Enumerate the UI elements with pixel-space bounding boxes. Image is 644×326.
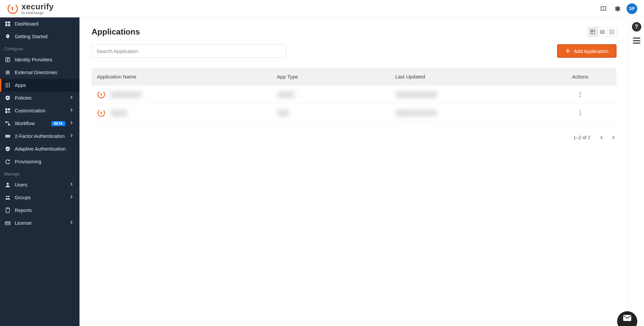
view-grid-button[interactable]	[607, 27, 616, 37]
sidebar-item-label: Groups	[15, 195, 65, 200]
sidebar-item-workflow[interactable]: WorkflowBETA	[0, 117, 79, 130]
svg-point-16	[5, 85, 6, 86]
dashboard-icon	[5, 21, 11, 27]
svg-rect-5	[5, 24, 7, 26]
gear-icon[interactable]	[613, 5, 621, 12]
shield-icon	[5, 95, 11, 101]
svg-text:123: 123	[6, 135, 10, 137]
provisioning-icon	[5, 159, 11, 165]
sidebar-item-label: 2-Factor Authentication	[15, 133, 65, 139]
svg-rect-42	[600, 33, 604, 34]
reports-icon	[5, 207, 11, 213]
logo-icon	[7, 3, 19, 15]
col-header-type: App Type	[277, 74, 395, 79]
rocket-icon	[5, 34, 11, 40]
svg-point-19	[5, 86, 6, 87]
svg-rect-6	[8, 24, 10, 26]
add-button-label: Add Application	[574, 48, 608, 54]
search-input[interactable]	[92, 44, 286, 58]
beta-badge: BETA	[51, 121, 65, 126]
row-actions-button[interactable]	[577, 91, 584, 98]
svg-point-21	[9, 86, 10, 87]
sidebar-item-label: Identity Providers	[15, 57, 75, 62]
svg-rect-24	[8, 108, 10, 110]
svg-rect-23	[5, 108, 7, 110]
svg-rect-41	[600, 32, 604, 33]
sidebar-item-label: Dashboard	[15, 21, 75, 26]
table-header: Application Name App Type Last Updated A…	[92, 68, 616, 86]
sidebar-item-apps[interactable]: Apps	[0, 79, 79, 92]
app-logo-icon	[97, 109, 106, 117]
view-list-button[interactable]	[597, 27, 607, 37]
svg-rect-34	[7, 208, 9, 209]
workflow-icon	[5, 120, 11, 126]
app-name: App B	[110, 109, 128, 117]
svg-point-15	[9, 83, 10, 84]
svg-rect-3	[5, 21, 7, 23]
svg-rect-45	[609, 33, 611, 34]
svg-rect-2	[12, 8, 13, 10]
sidebar-item-external-directories[interactable]: External Directories	[0, 66, 79, 79]
svg-rect-25	[5, 111, 7, 113]
app-updated: 2024-01-14 09:12	[395, 109, 438, 117]
sidebar-section-manage: Manage	[0, 168, 79, 178]
avatar[interactable]: SP	[627, 3, 637, 14]
help-button[interactable]: ?	[632, 22, 641, 32]
row-actions-button[interactable]	[577, 110, 584, 116]
sidebar-item-customization[interactable]: Customization	[0, 104, 79, 117]
rail-menu-icon[interactable]	[633, 38, 640, 44]
next-page-button[interactable]	[610, 134, 616, 141]
sidebar-item-label: Reports	[15, 208, 75, 213]
main-area: Applications Add Applic	[79, 17, 644, 326]
sidebar-item-label: Customization	[15, 108, 65, 113]
chevron-right-icon	[69, 121, 75, 126]
svg-point-58	[580, 114, 581, 115]
table-row[interactable]: Application ASAML2024-01-15 10:30	[92, 86, 616, 104]
sidebar-item-users[interactable]: Users	[0, 178, 79, 191]
svg-rect-12	[6, 73, 10, 74]
svg-point-56	[580, 110, 581, 111]
logo-area[interactable]: xecurify by miniOrange	[7, 3, 54, 15]
chevron-right-icon	[69, 108, 75, 113]
custom-icon	[5, 108, 11, 114]
view-table-button[interactable]	[588, 27, 597, 37]
svg-point-18	[9, 85, 10, 86]
idp-icon	[5, 57, 11, 63]
right-rail: ?	[629, 17, 644, 326]
svg-point-7	[7, 36, 8, 37]
book-icon[interactable]	[600, 5, 607, 12]
sidebar-item-adaptive-authentication[interactable]: Adaptive Authentication	[0, 143, 79, 155]
sidebar-item-reports[interactable]: Reports	[0, 204, 79, 217]
sidebar-item-label: Apps	[15, 83, 75, 88]
sidebar-item-groups[interactable]: Groups	[0, 191, 79, 204]
app-updated: 2024-01-15 10:30	[395, 91, 438, 99]
sidebar-item-getting-started[interactable]: Getting Started	[0, 30, 79, 43]
svg-point-22	[7, 97, 8, 98]
col-header-updated: Last Updated	[395, 74, 549, 79]
svg-rect-10	[6, 71, 10, 71]
sidebar-item-provisioning[interactable]: Provisioning	[0, 155, 79, 168]
page-title: Applications	[92, 27, 140, 37]
app-type: API	[277, 109, 290, 117]
svg-point-51	[580, 94, 581, 95]
svg-rect-11	[6, 72, 10, 73]
sidebar-item-dashboard[interactable]: Dashboard	[0, 17, 79, 30]
logo-text: xecurify by miniOrange	[21, 3, 54, 15]
user-icon	[5, 182, 11, 188]
sidebar-item-policies[interactable]: Policies	[0, 92, 79, 104]
prev-page-button[interactable]	[598, 134, 604, 141]
chevron-right-icon	[69, 133, 75, 139]
svg-rect-43	[609, 30, 611, 31]
svg-rect-49	[101, 94, 102, 96]
svg-point-50	[580, 92, 581, 93]
sidebar-item-identity-providers[interactable]: Identity Providers	[0, 53, 79, 66]
sidebar-item-2-factor-authentication[interactable]: 1232-Factor Authentication	[0, 130, 79, 143]
chevron-right-icon	[69, 95, 75, 101]
svg-rect-55	[101, 112, 102, 114]
table-row[interactable]: App BAPI2024-01-14 09:12	[92, 104, 616, 122]
add-application-button[interactable]: Add Application	[557, 44, 616, 58]
directory-icon	[5, 69, 11, 75]
sidebar-item-license[interactable]: License	[0, 217, 79, 229]
svg-rect-26	[5, 121, 7, 123]
groups-icon	[5, 195, 11, 201]
